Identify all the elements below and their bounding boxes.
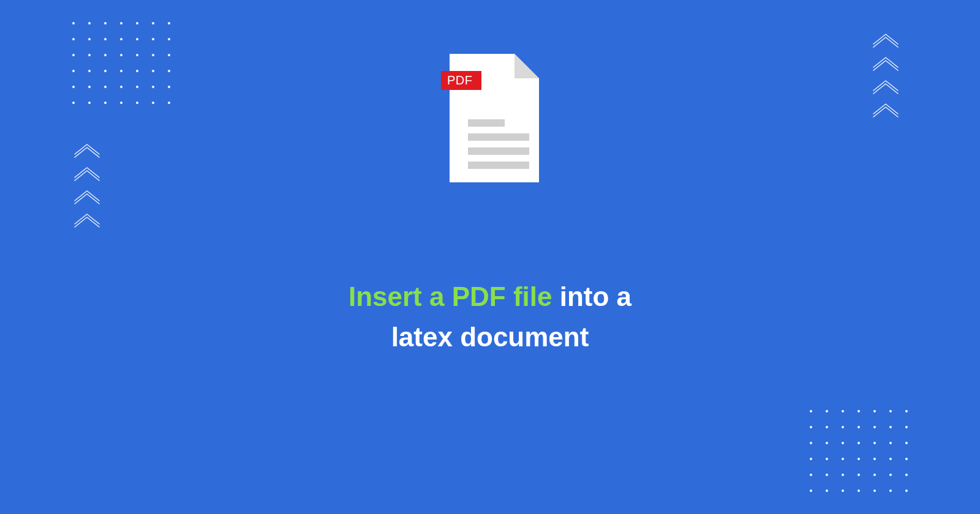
decorative-dot-grid-bottom-right [810, 410, 908, 492]
headline-rest-line1: into a [552, 281, 631, 311]
pdf-document-icon: PDF [441, 54, 539, 182]
pdf-badge-label: PDF [441, 71, 481, 90]
decorative-chevrons-left [72, 141, 102, 228]
headline-accent: Insert a PDF file [349, 281, 552, 311]
decorative-dot-grid-top-left [72, 22, 170, 104]
headline-line2: latex document [391, 322, 589, 352]
headline-text: Insert a PDF file into a latex document [257, 277, 723, 357]
decorative-chevrons-top-right [871, 31, 900, 117]
